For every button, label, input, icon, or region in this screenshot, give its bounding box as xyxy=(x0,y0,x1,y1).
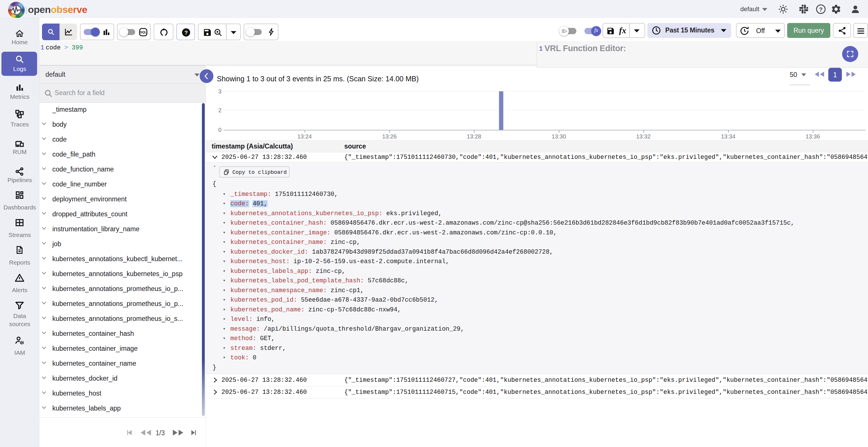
svg-text:SQL: SQL xyxy=(140,30,146,34)
svg-text:?: ? xyxy=(184,30,188,36)
svg-text:?: ? xyxy=(819,6,823,13)
